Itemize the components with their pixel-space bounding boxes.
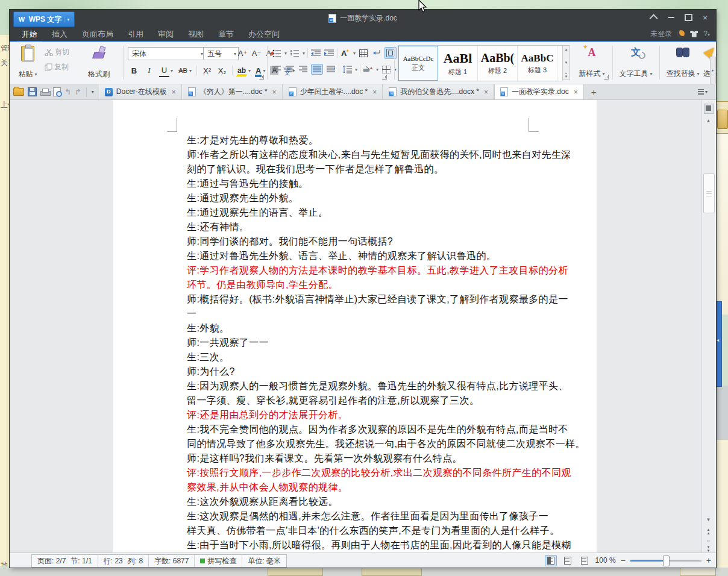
zoom-slider[interactable] xyxy=(630,560,701,562)
status-spellcheck[interactable]: 拼写检查 xyxy=(195,555,242,567)
document-tab[interactable]: 《穷人》第一....doc * × xyxy=(182,84,283,99)
borders-button[interactable] xyxy=(381,64,392,74)
document-tab[interactable]: 我的伯父鲁迅先....docx * × xyxy=(383,84,494,99)
paste-button[interactable]: 粘贴▾ xyxy=(14,44,41,81)
previous-page-icon[interactable]: ▴▴ xyxy=(702,528,715,535)
collapse-ribbon-button[interactable] xyxy=(646,11,663,24)
increase-indent-button[interactable] xyxy=(324,48,334,58)
print-preview-icon[interactable] xyxy=(53,87,61,96)
shading-button[interactable] xyxy=(363,64,374,74)
chevron-down-icon[interactable]: ▾ xyxy=(353,51,356,56)
style-item[interactable]: AaBb( 标题 2 xyxy=(478,46,518,81)
maximize-button[interactable] xyxy=(680,11,697,24)
save-icon[interactable] xyxy=(28,87,37,96)
zoom-out-button[interactable]: − xyxy=(621,556,626,565)
bullet-list-button[interactable] xyxy=(271,48,282,58)
font-family-select[interactable]: 宋体▾ xyxy=(128,47,206,60)
tab-list-button[interactable]: ▾ xyxy=(689,84,716,99)
zoom-level[interactable]: 100 % xyxy=(595,556,616,565)
wrap-button[interactable] xyxy=(371,48,382,58)
find-replace-button[interactable]: 查找替换▾ xyxy=(663,44,703,81)
next-page-icon[interactable]: ▾▾ xyxy=(702,545,715,553)
bold-button[interactable]: B xyxy=(129,64,139,77)
quick-access-menu-icon[interactable]: ▾ xyxy=(92,89,94,95)
ribbon-tab[interactable]: 章节 xyxy=(211,27,241,42)
document-tab[interactable]: Docer-在线模板 × xyxy=(99,84,182,99)
text-direction-button[interactable] xyxy=(384,47,397,59)
align-right-button[interactable] xyxy=(298,64,309,74)
font-color-button[interactable]: A xyxy=(256,66,261,75)
ribbon-tab[interactable]: 页面布局 xyxy=(75,27,121,42)
select-browse-object-icon[interactable]: ○ xyxy=(702,538,715,543)
superscript-button[interactable]: X² xyxy=(202,64,212,77)
highlight-color-button[interactable]: ab xyxy=(237,66,246,75)
italic-button[interactable]: I xyxy=(144,64,154,77)
zoom-slider-handle[interactable] xyxy=(663,556,670,566)
chevron-down-icon[interactable]: ▾ xyxy=(64,17,69,22)
strikethrough-button[interactable]: AB xyxy=(178,64,188,77)
protect-view-button[interactable] xyxy=(579,555,591,566)
redo-icon[interactable]: ↱ xyxy=(75,87,81,96)
chevron-down-icon[interactable]: ▾ xyxy=(284,51,287,56)
page-view-button[interactable] xyxy=(545,555,557,566)
insert-table-button[interactable] xyxy=(358,48,369,58)
line-spacing-button[interactable] xyxy=(342,64,353,74)
scroll-up-icon[interactable]: ▲ xyxy=(702,118,715,124)
chevron-down-icon[interactable]: ▾ xyxy=(355,67,357,72)
close-tab-icon[interactable]: × xyxy=(573,88,578,96)
status-word-count[interactable]: 字数: 6877 xyxy=(149,555,195,567)
chevron-down-icon[interactable]: ▾ xyxy=(171,68,173,74)
ruler-toggle-icon[interactable] xyxy=(704,104,714,114)
close-tab-icon[interactable]: × xyxy=(371,88,377,96)
font-size-select[interactable]: 五号▾ xyxy=(203,47,239,60)
format-painter-button[interactable]: 格式刷 xyxy=(83,44,115,81)
styles-dialog-launcher[interactable] xyxy=(604,75,609,80)
align-center-button[interactable] xyxy=(284,64,295,74)
undo-icon[interactable]: ↰ xyxy=(64,87,71,96)
copy-button[interactable]: 复制 xyxy=(45,62,69,72)
vertical-scrollbar[interactable]: ▲ ▼ ▴▴ ○ ▾▾ xyxy=(701,100,715,553)
close-button[interactable]: × xyxy=(697,11,714,24)
style-item[interactable]: AaBbCcDc 正文 xyxy=(398,46,438,81)
style-scroll-down-icon[interactable]: ▾ xyxy=(565,60,568,64)
close-tab-icon[interactable]: × xyxy=(271,88,277,96)
chevron-down-icon[interactable]: ▾ xyxy=(263,68,265,74)
print-icon[interactable] xyxy=(40,89,49,96)
numbered-list-button[interactable] xyxy=(289,48,300,58)
underline-button[interactable]: U xyxy=(159,64,169,77)
ribbon-tab[interactable]: 引用 xyxy=(121,27,151,42)
cut-button[interactable]: 剪切 xyxy=(45,47,69,57)
ribbon-expander[interactable]: ▸ xyxy=(710,57,716,84)
distribute-button[interactable] xyxy=(325,64,336,74)
text-tool-button[interactable]: 文 文字工具▾ xyxy=(616,44,656,81)
text-effect-button[interactable]: A✦ xyxy=(340,48,351,58)
ribbon-tab[interactable]: 开始 xyxy=(14,27,45,42)
new-tab-button[interactable]: + xyxy=(584,84,604,99)
open-file-icon[interactable] xyxy=(13,88,24,96)
close-tab-icon[interactable]: × xyxy=(171,88,176,96)
ribbon-tab[interactable]: 视图 xyxy=(181,27,211,42)
style-gallery-more-icon[interactable]: ▾ xyxy=(565,74,568,78)
chevron-down-icon[interactable]: ▾ xyxy=(189,68,192,74)
chevron-down-icon[interactable]: ▾ xyxy=(248,68,251,74)
subscript-button[interactable]: X₂ xyxy=(217,64,227,77)
chevron-down-icon[interactable]: ▾ xyxy=(376,67,378,72)
style-item[interactable]: AaBbC 标题 3 xyxy=(518,46,557,81)
scroll-down-icon[interactable]: ▼ xyxy=(702,517,715,522)
paragraph-dialog-launcher[interactable] xyxy=(382,75,387,80)
font-dialog-launcher[interactable] xyxy=(259,75,264,80)
ribbon-tab[interactable]: 插入 xyxy=(45,27,75,42)
style-item[interactable]: AaBl 标题 1 xyxy=(438,46,478,81)
justify-button[interactable] xyxy=(311,64,323,75)
theme-icon[interactable] xyxy=(690,31,698,37)
help-button[interactable]: ?▾ xyxy=(703,30,710,38)
close-tab-icon[interactable]: × xyxy=(483,88,488,96)
skin-icon[interactable] xyxy=(677,30,685,37)
wps-menu-button[interactable]: W WPS 文字 ▾ xyxy=(13,11,75,27)
ribbon-tab[interactable]: 审阅 xyxy=(151,27,181,42)
chevron-down-icon[interactable]: ▾ xyxy=(303,51,305,56)
scrollbar-thumb[interactable] xyxy=(703,174,715,213)
minimize-button[interactable] xyxy=(663,11,680,24)
grow-font-button[interactable]: A⁺ xyxy=(237,47,248,59)
decrease-indent-button[interactable] xyxy=(310,48,321,58)
